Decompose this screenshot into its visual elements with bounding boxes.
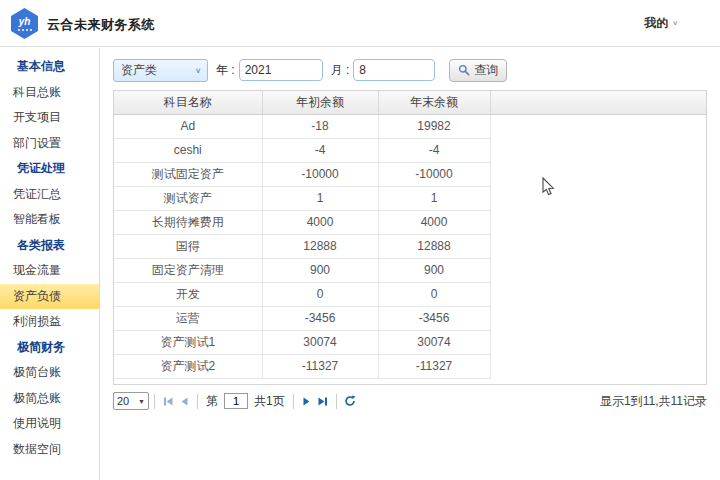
column-header[interactable]: 科目名称	[114, 91, 262, 114]
table-cell: 4000	[262, 210, 378, 234]
sidebar-item-simple-general-ledger[interactable]: 极简总账	[0, 386, 99, 412]
table-cell: 0	[262, 282, 378, 306]
sidebar-item-profit-loss[interactable]: 利润损益	[0, 309, 99, 335]
app-title: 云合未来财务系统	[47, 16, 155, 34]
table-cell: Ad	[114, 114, 262, 138]
table-row[interactable]: 开发00	[114, 282, 706, 306]
sidebar-item-balance-sheet[interactable]: 资产负债	[0, 284, 99, 310]
table-cell: 900	[378, 258, 490, 282]
logo-dots	[18, 29, 32, 31]
sidebar-item-usage-guide[interactable]: 使用说明	[0, 411, 99, 437]
page-suffix-label: 共1页	[254, 393, 285, 410]
table-cell: 12888	[262, 234, 378, 258]
table-cell: -18	[262, 114, 378, 138]
column-header[interactable]: 年初余额	[262, 91, 378, 114]
user-menu[interactable]: 我的 ∨	[644, 15, 678, 32]
table-row[interactable]: 运营-3456-3456	[114, 306, 706, 330]
table-cell: 30074	[262, 330, 378, 354]
table-row[interactable]: 长期待摊费用40004000	[114, 210, 706, 234]
next-page-icon	[301, 396, 312, 407]
pager-separator	[293, 394, 294, 409]
table-cell-filler	[490, 330, 706, 354]
table-cell: 长期待摊费用	[114, 210, 262, 234]
category-select[interactable]: 资产类 ∨	[113, 59, 208, 82]
page-size-select[interactable]: 20 ▼	[113, 392, 149, 410]
last-page-icon	[317, 396, 328, 407]
table-cell: 30074	[378, 330, 490, 354]
table-row[interactable]: Ad-1819982	[114, 114, 706, 138]
table-cell: -10000	[262, 162, 378, 186]
table-cell-filler	[490, 114, 706, 138]
query-button-label: 查询	[474, 62, 498, 79]
table-row[interactable]: 测试固定资产-10000-10000	[114, 162, 706, 186]
page-prefix-label: 第	[206, 393, 218, 410]
pager-separator	[197, 394, 198, 409]
chevron-down-icon: ∨	[189, 66, 207, 75]
sidebar-section-simple-finance: 极简财务	[0, 335, 99, 361]
sidebar-item-simple-ledger[interactable]: 极简台账	[0, 360, 99, 386]
sidebar-item-subject-general-ledger[interactable]: 科目总账	[0, 80, 99, 106]
sidebar-item-smart-dashboard[interactable]: 智能看板	[0, 207, 99, 233]
sidebar-item-voucher-summary[interactable]: 凭证汇总	[0, 182, 99, 208]
table-cell: 开发	[114, 282, 262, 306]
table-cell: 900	[262, 258, 378, 282]
refresh-icon	[344, 395, 356, 407]
table-body: Ad-1819982ceshi-4-4测试固定资产-10000-10000测试资…	[114, 114, 706, 378]
page-size-value: 20	[117, 395, 129, 407]
pager-separator	[336, 394, 337, 409]
table-cell: -4	[262, 138, 378, 162]
table-row[interactable]: 国得1288812888	[114, 234, 706, 258]
table-cell-filler	[490, 162, 706, 186]
table-row[interactable]: 资产测试13007430074	[114, 330, 706, 354]
table-cell-filler	[490, 234, 706, 258]
table-cell-filler	[490, 186, 706, 210]
table-row[interactable]: ceshi-4-4	[114, 138, 706, 162]
query-button[interactable]: 查询	[449, 59, 507, 82]
chevron-down-icon: ∨	[672, 20, 678, 27]
sidebar-item-department-settings[interactable]: 部门设置	[0, 131, 99, 157]
page-number-input[interactable]	[224, 393, 248, 409]
app-logo-icon: yh	[11, 8, 38, 39]
sidebar-item-data-space[interactable]: 数据空间	[0, 437, 99, 463]
year-input[interactable]	[239, 59, 323, 81]
table-cell: ceshi	[114, 138, 262, 162]
table-cell: 资产测试2	[114, 354, 262, 378]
table-cell: 国得	[114, 234, 262, 258]
column-header[interactable]: 年末余额	[378, 91, 490, 114]
table-cell: 测试资产	[114, 186, 262, 210]
table-cell: -3456	[378, 306, 490, 330]
table-cell: 1	[378, 186, 490, 210]
table-row[interactable]: 资产测试2-11327-11327	[114, 354, 706, 378]
table-cell: -11327	[378, 354, 490, 378]
next-page-button[interactable]	[299, 393, 315, 409]
table-cell: 0	[378, 282, 490, 306]
first-page-button[interactable]	[160, 393, 176, 409]
pager-summary: 显示1到11,共11记录	[600, 393, 707, 410]
sidebar-item-expense-items[interactable]: 开支项目	[0, 105, 99, 131]
sidebar-section-reports: 各类报表	[0, 233, 99, 259]
user-menu-label: 我的	[644, 15, 668, 32]
column-header-filler	[490, 91, 706, 114]
table-cell: 19982	[378, 114, 490, 138]
category-select-value: 资产类	[121, 62, 189, 79]
table-cell: 测试固定资产	[114, 162, 262, 186]
table-cell-filler	[490, 282, 706, 306]
table-cell: -3456	[262, 306, 378, 330]
table-cell: 12888	[378, 234, 490, 258]
balance-table-panel: 科目名称年初余额年末余额 Ad-1819982ceshi-4-4测试固定资产-1…	[113, 90, 707, 385]
month-input[interactable]	[353, 59, 435, 81]
table-row[interactable]: 测试资产11	[114, 186, 706, 210]
table-header-row: 科目名称年初余额年末余额	[114, 91, 706, 114]
table-cell-filler	[490, 138, 706, 162]
sidebar-item-cash-flow[interactable]: 现金流量	[0, 258, 99, 284]
table-row[interactable]: 固定资产清理900900	[114, 258, 706, 282]
sidebar-menu: 基本信息科目总账开支项目部门设置凭证处理凭证汇总智能看板各类报表现金流量资产负债…	[0, 48, 100, 480]
last-page-button[interactable]	[315, 393, 331, 409]
pagination-bar: 20 ▼ 第 共1页 显示1到11,共11记录	[113, 388, 707, 414]
prev-page-button[interactable]	[176, 393, 192, 409]
top-header: yh 云合未来财务系统 我的 ∨	[0, 0, 720, 47]
table-cell-filler	[490, 306, 706, 330]
table-cell: -11327	[262, 354, 378, 378]
table-cell-filler	[490, 210, 706, 234]
refresh-button[interactable]	[342, 393, 358, 409]
